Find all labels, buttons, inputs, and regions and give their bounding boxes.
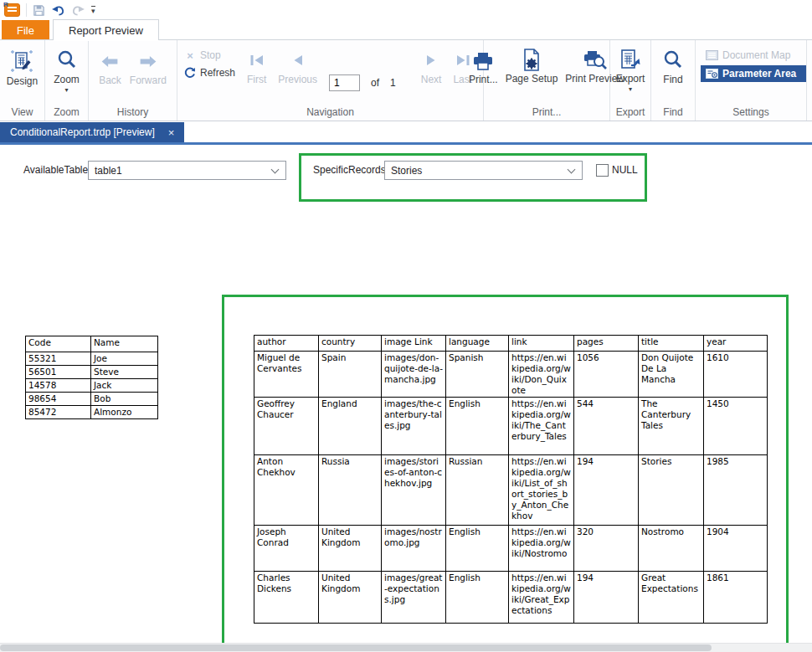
tab-report-preview[interactable]: Report Preview (53, 19, 159, 40)
ribbon-group-zoom: Zoom ▾ Zoom (45, 40, 89, 121)
table-cell: English (446, 398, 509, 455)
quick-access-toolbar: R ▾ (0, 0, 812, 20)
design-label: Design (7, 76, 38, 87)
document-map-toggle[interactable]: Document Map (701, 47, 806, 64)
print-label: Print... (469, 74, 498, 85)
close-icon[interactable]: × (168, 126, 175, 139)
forward-button[interactable]: Forward (130, 44, 167, 101)
available-table-label: AvailableTable: (23, 164, 91, 176)
scrollbar-thumb[interactable] (0, 644, 712, 651)
table-cell: images/stories-of-anton-chekhov.jpg (382, 455, 446, 526)
specific-records-dropdown[interactable]: Stories (384, 161, 583, 180)
next-page-button[interactable]: Next (421, 44, 442, 101)
group-label-print: Print... (484, 106, 609, 118)
undo-icon[interactable] (51, 5, 65, 16)
group-label-view: View (0, 106, 44, 118)
specific-records-value: Stories (391, 165, 422, 177)
table-cell: Don Quijote De La Mancha (639, 352, 704, 398)
stop-icon: × (184, 49, 196, 62)
table-row: Geoffrey ChaucerEnglandimages/the-canter… (254, 398, 768, 455)
stop-button[interactable]: × Stop (184, 48, 235, 63)
export-button[interactable]: Export ▾ (616, 44, 645, 101)
document-map-icon (706, 50, 718, 60)
printer-icon (472, 49, 494, 72)
available-table-dropdown[interactable]: table1 (88, 161, 286, 180)
table-row: Anton ChekhovRussiaimages/stories-of-ant… (254, 455, 768, 526)
ribbon-group-settings: Document Map Parameter Area Settings (696, 40, 807, 121)
page-setup-button[interactable]: Page Setup (506, 44, 558, 101)
ribbon-group-history: Back Forward History (89, 40, 177, 121)
refresh-icon (184, 67, 196, 79)
find-button[interactable]: Find (661, 44, 685, 101)
chevron-down-icon: ▾ (64, 88, 68, 93)
refresh-button[interactable]: Refresh (184, 65, 235, 80)
stop-label: Stop (200, 49, 221, 61)
table-cell: https://en.wikipedia.org/wiki/Nostromo (509, 526, 574, 572)
table-cell: Russian (446, 455, 509, 526)
document-map-label: Document Map (722, 49, 790, 61)
table-cell: 1450 (704, 398, 768, 455)
document-tab[interactable]: ConditionalReport.trdp [Preview] × (0, 122, 184, 142)
tab-file[interactable]: File (2, 20, 49, 40)
redo-icon[interactable] (71, 5, 85, 16)
toolbar-options-caret-icon[interactable]: ▾ (91, 6, 95, 14)
zoom-icon (55, 49, 79, 72)
table-row: 56501Steve (26, 366, 158, 379)
first-label: First (247, 74, 266, 85)
table-cell: Russia (319, 455, 382, 526)
design-button[interactable]: Design (7, 44, 38, 101)
back-button[interactable]: Back (99, 44, 121, 101)
group-label-settings: Settings (696, 106, 806, 118)
previous-page-button[interactable]: Previous (278, 44, 317, 101)
column-header: year (704, 336, 768, 352)
ribbon-group-find: Find Find (651, 40, 696, 121)
group-label-navigation: Navigation (177, 106, 483, 118)
ribbon-overflow-text: G (807, 40, 812, 121)
column-header: image Link (382, 336, 446, 352)
table-cell: Nostromo (639, 526, 704, 572)
null-checkbox[interactable] (596, 164, 609, 177)
find-icon (661, 49, 685, 72)
parameter-area-toggle[interactable]: Parameter Area (701, 65, 806, 82)
table-cell: Charles Dickens (254, 572, 319, 624)
table-cell: 1056 (574, 352, 639, 398)
null-checkbox-label: NULL (612, 164, 638, 176)
horizontal-scrollbar[interactable] (0, 643, 812, 652)
parameter-area-icon (706, 69, 718, 79)
export-label: Export (616, 74, 645, 85)
save-icon[interactable] (33, 4, 45, 17)
report-designer-window: { "window": {"overflow_text": "G"}, "ico… (0, 0, 812, 652)
table-cell: Stories (639, 455, 704, 526)
group-label-export: Export (610, 106, 650, 118)
print-button[interactable]: Print... (469, 44, 498, 101)
page-number-input[interactable] (329, 74, 360, 91)
table-cell: Steve (91, 366, 158, 379)
column-header: link (509, 336, 574, 352)
table-cell: images/don-quijote-de-la-mancha.jpg (382, 352, 446, 398)
group-label-find: Find (651, 106, 695, 118)
table-cell: Joseph Conrad (254, 526, 319, 572)
document-tab-bar: ConditionalReport.trdp [Preview] × (0, 122, 812, 142)
table-cell: 194 (574, 572, 639, 624)
table-cell: https://en.wikipedia.org/wiki/Great_Expe… (509, 572, 574, 624)
table-cell: The Canterbury Tales (639, 398, 704, 455)
table-cell: https://en.wikipedia.org/wiki/List_of_sh… (509, 455, 574, 526)
document-tab-title: ConditionalReport.trdp [Preview] (10, 126, 155, 138)
table-header-row: CodeName (26, 336, 158, 352)
table-row: 85472Almonzo (26, 406, 158, 419)
refresh-label: Refresh (200, 67, 235, 79)
page-setup-label: Page Setup (506, 74, 558, 85)
table-cell: 1985 (704, 455, 768, 526)
table-cell: England (319, 398, 382, 455)
table-cell: images/the-canterbury-tales.jpg (382, 398, 446, 455)
app-icon[interactable]: R (4, 3, 20, 17)
table-cell: 56501 (26, 366, 91, 379)
first-page-button[interactable]: First (247, 44, 266, 101)
zoom-button[interactable]: Zoom ▾ (54, 44, 80, 101)
page-count: 1 (390, 77, 396, 89)
ribbon-group-export: Export ▾ Export (610, 40, 651, 121)
ribbon-group-view: Design View (0, 40, 45, 121)
table-cell: images/great-expectations.jpg (382, 572, 446, 624)
previous-label: Previous (278, 74, 317, 85)
table-row: Joseph ConradUnited Kingdomimages/nostro… (254, 526, 768, 572)
